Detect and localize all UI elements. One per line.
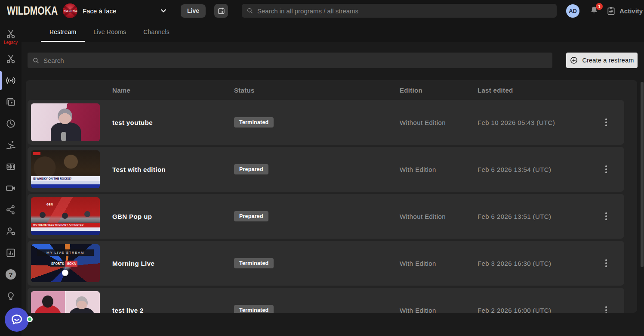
app-root: WILDMOKA FACE À FACE Face à face Live <box>0 0 644 336</box>
status-badge: Prepared <box>234 211 268 221</box>
status-badge: Terminated <box>234 258 274 268</box>
stadium-pitch-icon <box>5 161 16 172</box>
status-badge: Terminated <box>234 305 274 313</box>
top-bar: WILDMOKA FACE À FACE Face à face Live <box>0 0 644 22</box>
stream-name: Test with edition <box>112 166 234 173</box>
stream-last-edited: Feb 6 2026 13:54 (UTC) <box>478 166 600 173</box>
tab-live-rooms[interactable]: Live Rooms <box>85 22 135 42</box>
create-restream-button[interactable]: Create a restream <box>566 53 638 68</box>
thumbnail-channel-logo: GBN <box>46 202 86 206</box>
stream-edition: Without Edition <box>400 213 478 220</box>
stream-last-edited: Feb 6 2026 13:51 (UTC) <box>478 213 600 220</box>
col-name: Name <box>112 87 234 94</box>
sidebar-item-legacy[interactable]: Legacy <box>0 25 22 48</box>
stream-name: GBN Pop up <box>112 213 234 220</box>
row-menu-button[interactable] <box>600 115 612 130</box>
stream-edition: With Edition <box>400 260 478 267</box>
stream-name: Morning Live <box>112 260 234 267</box>
global-search <box>242 4 557 18</box>
activity-label: Activity <box>619 7 643 15</box>
sidebar-item-share[interactable] <box>0 199 22 221</box>
row-menu-button[interactable] <box>600 256 612 271</box>
search-icon <box>32 56 40 65</box>
wildmoka-logo: WILDMOKA <box>7 4 46 18</box>
toolbar: Create a restream <box>22 42 644 68</box>
sidebar-item-ski[interactable] <box>0 134 22 156</box>
stream-last-edited: Feb 10 2026 05:43 (UTC) <box>478 119 600 126</box>
sidebar-item-restream[interactable] <box>0 70 22 91</box>
search-icon <box>246 7 254 15</box>
program-selector[interactable]: FACE À FACE Face à face <box>63 3 168 18</box>
stream-edition: Without Edition <box>400 119 478 126</box>
sidebar-item-analytics[interactable] <box>0 242 22 264</box>
online-status-dot <box>27 316 33 322</box>
list-search <box>28 53 552 68</box>
live-button[interactable]: Live <box>181 4 206 18</box>
stream-name: test live 2 <box>112 307 234 313</box>
calendar-icon <box>217 7 225 15</box>
row-menu-button[interactable] <box>600 303 612 313</box>
program-icon-label: FACE À FACE <box>63 10 77 12</box>
tab-restream[interactable]: Restream <box>41 22 85 42</box>
tab-channels[interactable]: Channels <box>135 22 178 42</box>
video-camera-icon <box>5 183 16 194</box>
avatar[interactable]: AD <box>566 4 579 18</box>
skier-icon <box>5 140 16 151</box>
notifications-button[interactable]: 1 <box>589 5 600 17</box>
sidebar-item-clip[interactable] <box>0 48 22 70</box>
help-glyph: ? <box>9 271 12 278</box>
thumbnail-chyron: WETHERSFIELD MIGRANT ARRESTED <box>31 223 100 227</box>
sidebar-item-media-library[interactable] <box>0 91 22 113</box>
table-row[interactable]: IS WHISKY ON THE ROCKS? Test with editio… <box>28 147 624 192</box>
legacy-label: Legacy <box>4 40 18 45</box>
create-restream-label: Create a restream <box>582 57 634 64</box>
plus-circle-icon <box>570 56 578 65</box>
thumbnail-banner: IS WHISKY ON THE ROCKS? <box>31 176 100 181</box>
broadcast-icon <box>5 75 16 86</box>
status-badge: Prepared <box>234 164 268 174</box>
activity-button[interactable]: Activity <box>606 6 643 16</box>
col-status: Status <box>234 87 400 94</box>
brand-sports: SPORTS <box>50 261 65 267</box>
sidebar-item-stadium[interactable] <box>0 156 22 177</box>
stream-name: test youtube <box>112 119 234 126</box>
notification-badge: 1 <box>596 3 603 10</box>
row-menu-button[interactable] <box>600 209 612 224</box>
thumbnail-brand-logo: SPORTSMOKA <box>50 261 89 267</box>
activity-clipboard-icon <box>606 6 616 16</box>
col-last-edited: Last edited <box>478 87 600 94</box>
stream-thumbnail: IS WHISKY ON THE ROCKS? <box>31 150 100 188</box>
share-network-icon <box>5 204 16 215</box>
scrollbar-thumb[interactable] <box>641 82 644 267</box>
sidebar-item-user-settings[interactable] <box>0 221 22 242</box>
analytics-chart-icon <box>5 247 16 258</box>
calendar-button[interactable] <box>214 4 228 18</box>
table-row[interactable]: test youtube Terminated Without Edition … <box>28 100 624 145</box>
media-library-icon <box>5 96 16 108</box>
thumbnail-banner: MY LIVE STREAM <box>37 249 94 256</box>
user-settings-icon <box>5 226 16 237</box>
chat-bubble-icon <box>10 313 24 327</box>
restream-table: Name Status Edition Last edited test you… <box>26 80 637 313</box>
table-row[interactable]: MY LIVE STREAM SPORTSMOKA Morning Live T… <box>28 241 624 286</box>
row-menu-button[interactable] <box>600 162 612 177</box>
list-search-input[interactable] <box>43 57 548 64</box>
program-name: Face à face <box>83 7 116 15</box>
sidebar-item-ideas[interactable] <box>0 285 22 307</box>
stream-thumbnail <box>31 291 100 313</box>
table-row[interactable]: test live 2 Terminated With Edition Feb … <box>28 288 624 313</box>
lightbulb-icon <box>5 290 16 302</box>
stream-thumbnail: MY LIVE STREAM SPORTSMOKA <box>31 244 100 282</box>
sidebar-item-schedule[interactable] <box>0 113 22 134</box>
global-search-input[interactable] <box>257 7 552 15</box>
chat-launcher[interactable] <box>5 308 29 332</box>
top-right-group: AD 1 Activity <box>566 4 643 18</box>
tab-bar: Restream Live Rooms Channels <box>22 22 644 42</box>
stream-last-edited: Feb 3 2026 16:30 (UTC) <box>478 260 600 267</box>
scissors-icon <box>5 53 16 65</box>
table-row[interactable]: GBN WETHERSFIELD MIGRANT ARRESTED GBN Po… <box>28 194 624 239</box>
sidebar-item-help[interactable]: ? <box>0 264 22 285</box>
stream-edition: With Edition <box>400 307 478 313</box>
sidebar-item-camera[interactable] <box>0 177 22 199</box>
main-content: Restream Live Rooms Channels Create a re… <box>22 22 644 336</box>
